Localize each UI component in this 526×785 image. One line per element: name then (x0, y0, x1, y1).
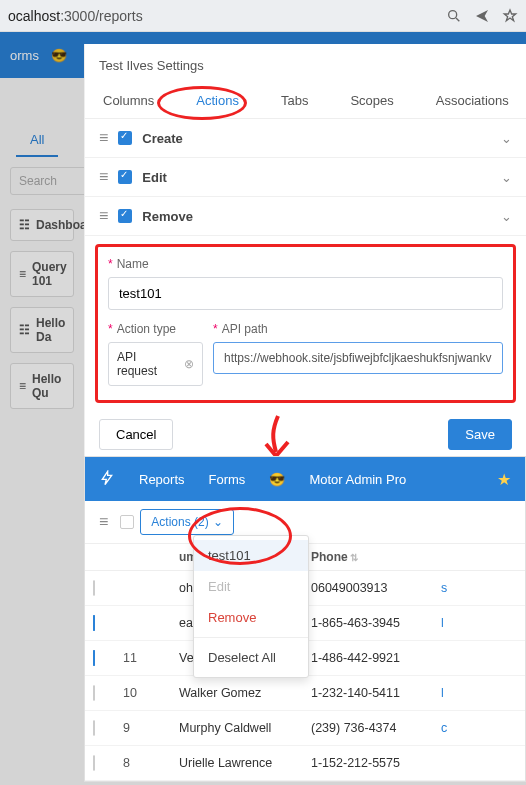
action-edit-row[interactable]: ≡ Edit ⌄ (85, 158, 526, 197)
modal-title: Test Ilves Settings (85, 44, 526, 83)
nav-forms[interactable]: Forms (209, 472, 246, 487)
row-link[interactable]: c (441, 721, 517, 735)
row-phone: (239) 736-4374 (311, 721, 441, 735)
tab-tabs[interactable]: Tabs (277, 83, 312, 118)
row-phone: 1-486-442-9921 (311, 651, 441, 665)
tab-actions[interactable]: Actions (192, 83, 243, 118)
row-id: 8 (123, 756, 179, 770)
table-row[interactable]: 9Murphy Caldwell(239) 736-4374c (85, 711, 525, 746)
save-button[interactable]: Save (448, 419, 512, 450)
tab-columns[interactable]: Columns (99, 83, 158, 118)
dropdown-item-edit[interactable]: Edit (194, 571, 308, 602)
row-name: Urielle Lawrence (179, 756, 311, 770)
chevron-down-icon: ⌄ (213, 515, 223, 529)
row-phone: 06049003913 (311, 581, 441, 595)
row-phone: 1-152-212-5575 (311, 756, 441, 770)
nav-reports[interactable]: Reports (139, 472, 185, 487)
topnav: Reports Forms 😎 Motor Admin Pro ★ (85, 457, 525, 501)
tab-scopes[interactable]: Scopes (346, 83, 397, 118)
checkbox-remove[interactable] (118, 209, 132, 223)
row-name: Murphy Caldwell (179, 721, 311, 735)
clear-icon[interactable]: ⊗ (184, 357, 194, 371)
action-create-row[interactable]: ≡ Create ⌄ (85, 119, 526, 158)
zoom-icon[interactable] (446, 8, 462, 24)
url-text[interactable]: ocalhost:3000/reports (8, 8, 434, 24)
row-checkbox[interactable] (93, 685, 95, 701)
send-icon[interactable] (474, 8, 490, 24)
action-type-label: *Action type (108, 322, 203, 336)
dropdown-item-deselect-all[interactable]: Deselect All (194, 642, 308, 673)
row-phone: 1-232-140-5411 (311, 686, 441, 700)
hamburger-icon[interactable]: ≡ (93, 509, 114, 535)
drag-icon[interactable]: ≡ (99, 129, 108, 147)
row-checkbox[interactable] (93, 580, 95, 596)
row-link[interactable]: s (441, 581, 517, 595)
checkbox-create[interactable] (118, 131, 132, 145)
row-checkbox[interactable] (93, 615, 95, 631)
name-input[interactable] (108, 277, 503, 310)
api-path-input[interactable] (213, 342, 503, 374)
actions-dropdown-button[interactable]: Actions (2)⌄ (140, 509, 233, 535)
action-remove-row[interactable]: ≡ Remove ⌄ (85, 197, 526, 236)
chevron-down-icon[interactable]: ⌄ (501, 170, 512, 185)
url-host: ocalhost (8, 8, 60, 24)
modal-tabs: Columns Actions Tabs Scopes Associations (85, 83, 526, 119)
chevron-down-icon[interactable]: ⌄ (501, 131, 512, 146)
emoji-icon: 😎 (269, 472, 285, 487)
settings-modal: Test Ilves Settings Columns Actions Tabs… (84, 44, 526, 468)
action-type-select[interactable]: API request ⊗ (108, 342, 203, 386)
bolt-icon[interactable] (99, 470, 115, 489)
nav-pro[interactable]: Motor Admin Pro (309, 472, 406, 487)
actions-dropdown-menu: test101 Edit Remove Deselect All (193, 535, 309, 678)
svg-point-0 (449, 10, 457, 18)
row-id: 11 (123, 651, 179, 665)
sort-icon[interactable]: ⇅ (350, 552, 358, 563)
dropdown-item-remove[interactable]: Remove (194, 602, 308, 633)
row-phone: 1-865-463-3945 (311, 616, 441, 630)
select-all-checkbox[interactable] (120, 515, 134, 529)
dropdown-item-test101[interactable]: test101 (194, 540, 308, 571)
action-form: *Name *Action type API request ⊗ *API pa… (95, 244, 516, 403)
row-id: 10 (123, 686, 179, 700)
cancel-button[interactable]: Cancel (99, 419, 173, 450)
row-checkbox[interactable] (93, 720, 95, 736)
row-link[interactable]: l (441, 616, 517, 630)
row-name: Walker Gomez (179, 686, 311, 700)
row-checkbox[interactable] (93, 755, 95, 771)
drag-icon[interactable]: ≡ (99, 168, 108, 186)
svg-line-1 (456, 18, 459, 21)
row-id: 9 (123, 721, 179, 735)
chevron-down-icon[interactable]: ⌄ (501, 209, 512, 224)
table-row[interactable]: 10Walker Gomez1-232-140-5411l (85, 676, 525, 711)
row-checkbox[interactable] (93, 650, 95, 666)
result-page: Reports Forms 😎 Motor Admin Pro ★ ≡ Acti… (84, 456, 526, 782)
checkbox-edit[interactable] (118, 170, 132, 184)
tab-associations[interactable]: Associations (432, 83, 513, 118)
api-path-label: *API path (213, 322, 503, 336)
browser-url-bar: ocalhost:3000/reports (0, 0, 526, 32)
star-icon[interactable] (502, 8, 518, 24)
name-label: *Name (108, 257, 503, 271)
star-filled-icon[interactable]: ★ (497, 470, 511, 489)
drag-icon[interactable]: ≡ (99, 207, 108, 225)
table-toolbar: ≡ Actions (2)⌄ test101 Edit Remove Desel… (85, 501, 525, 543)
table-row[interactable]: 8Urielle Lawrence1-152-212-5575 (85, 746, 525, 781)
row-link[interactable]: l (441, 686, 517, 700)
